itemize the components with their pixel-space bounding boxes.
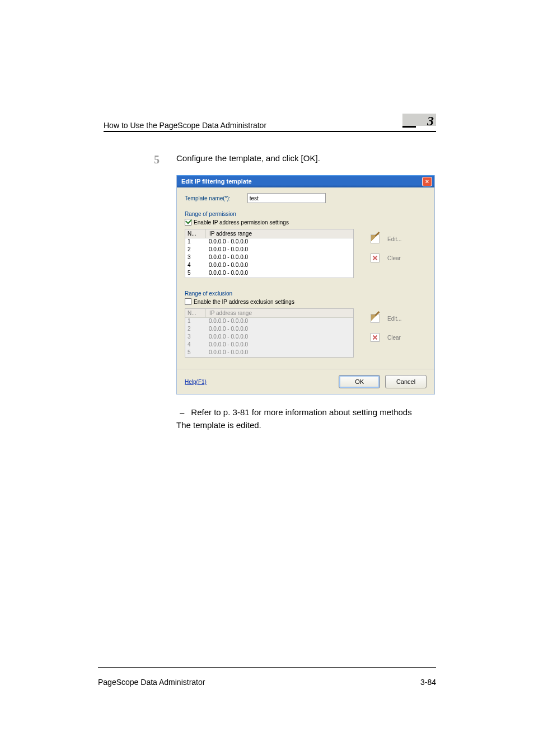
footer-rule bbox=[98, 667, 436, 668]
bullet: – bbox=[180, 406, 184, 419]
exclusion-clear-button: Clear bbox=[371, 333, 402, 342]
template-name-input[interactable] bbox=[247, 193, 326, 203]
permission-edit-button[interactable]: Edit... bbox=[371, 234, 402, 243]
permission-checkbox[interactable] bbox=[185, 219, 191, 226]
after-line1: Refer to p. 3-81 for more information ab… bbox=[191, 406, 411, 419]
permission-list[interactable]: N... IP address range 10.0.0.0 - 0.0.0.0… bbox=[185, 229, 354, 278]
exclusion-checkbox-label: Enable the IP address exclusion settings bbox=[194, 299, 294, 305]
permission-clear-button[interactable]: Clear bbox=[371, 253, 402, 262]
exclusion-col-n: N... bbox=[185, 309, 206, 317]
step-number: 5 bbox=[104, 153, 176, 165]
table-row: 20.0.0.0 - 0.0.0.0 bbox=[185, 326, 353, 334]
template-name-label: Template name(*): bbox=[185, 195, 231, 201]
help-link[interactable]: Help(F1) bbox=[185, 379, 207, 385]
exclusion-section-title: Range of exclusion bbox=[185, 290, 427, 297]
permission-section-title: Range of permission bbox=[185, 211, 427, 217]
table-row[interactable]: 30.0.0.0 - 0.0.0.0 bbox=[185, 254, 353, 262]
table-row[interactable]: 10.0.0.0 - 0.0.0.0 bbox=[185, 238, 353, 246]
after-line2: The template is edited. bbox=[176, 419, 436, 431]
table-row[interactable]: 40.0.0.0 - 0.0.0.0 bbox=[185, 262, 353, 270]
permission-col-ip: IP address range bbox=[206, 229, 353, 238]
permission-clear-label: Clear bbox=[387, 255, 401, 261]
table-row[interactable]: 50.0.0.0 - 0.0.0.0 bbox=[185, 270, 353, 278]
permission-checkbox-label: Enable IP address permission settings bbox=[194, 219, 289, 226]
titlebar-text: Edit IP filtering template bbox=[181, 178, 252, 185]
table-row: 40.0.0.0 - 0.0.0.0 bbox=[185, 341, 353, 349]
footer-left: PageScope Data Administrator bbox=[98, 678, 205, 687]
exclusion-col-ip: IP address range bbox=[206, 309, 353, 317]
dialog-edit-ip-filtering-template: Edit IP filtering template × Template na… bbox=[176, 175, 435, 395]
clear-icon bbox=[371, 333, 380, 342]
header-rule bbox=[104, 131, 436, 132]
edit-icon bbox=[371, 234, 380, 243]
step-text: Configure the template, and click [OK]. bbox=[176, 153, 436, 163]
exclusion-edit-button: Edit... bbox=[371, 314, 402, 323]
page-header-title: How to Use the PageScope Data Administra… bbox=[104, 121, 266, 130]
table-row: 50.0.0.0 - 0.0.0.0 bbox=[185, 349, 353, 357]
exclusion-checkbox[interactable] bbox=[185, 298, 191, 305]
close-icon[interactable]: × bbox=[422, 177, 432, 186]
titlebar[interactable]: Edit IP filtering template × bbox=[177, 175, 434, 187]
permission-edit-label: Edit... bbox=[387, 236, 402, 242]
table-row[interactable]: 20.0.0.0 - 0.0.0.0 bbox=[185, 246, 353, 254]
chapter-number: 3 bbox=[427, 114, 436, 129]
clear-icon bbox=[371, 253, 380, 262]
table-row: 10.0.0.0 - 0.0.0.0 bbox=[185, 318, 353, 326]
table-row: 30.0.0.0 - 0.0.0.0 bbox=[185, 334, 353, 341]
exclusion-list: N... IP address range 10.0.0.0 - 0.0.0.0… bbox=[185, 308, 354, 358]
permission-col-n: N... bbox=[185, 229, 206, 238]
exclusion-edit-label: Edit... bbox=[387, 316, 402, 322]
edit-icon bbox=[371, 314, 380, 323]
footer-right: 3-84 bbox=[420, 678, 436, 687]
cancel-button[interactable]: Cancel bbox=[385, 375, 427, 388]
exclusion-clear-label: Clear bbox=[387, 335, 401, 341]
ok-button[interactable]: OK bbox=[339, 375, 380, 388]
